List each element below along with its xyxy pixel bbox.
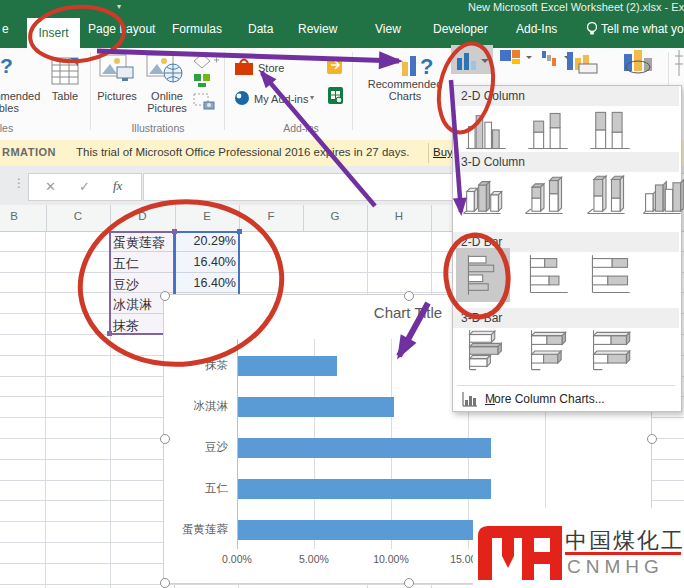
thumb-3d-100-stacked-bar[interactable] <box>587 328 633 374</box>
thumb-3d-stacked-column[interactable] <box>521 174 567 220</box>
chart-axis-tick-label: 5.00% <box>286 553 342 565</box>
chart-bar[interactable] <box>238 397 394 417</box>
chart-resize-handle[interactable] <box>647 434 657 444</box>
tab-home-partial[interactable]: e <box>2 22 9 36</box>
chart-resize-handle[interactable] <box>404 291 414 301</box>
my-addins-button[interactable]: My Add-ins <box>254 93 308 105</box>
notification-prefix: RMATION <box>2 146 56 158</box>
tell-me-lightbulb-icon <box>586 21 598 37</box>
shapes-smartart-screenshot-icons[interactable] <box>192 52 220 114</box>
notification-message: This trial of Microsoft Office Professio… <box>76 146 409 158</box>
pictures-button[interactable]: Pictures <box>94 90 140 102</box>
chart-axis-tick-label: 0.00% <box>209 553 265 565</box>
watermark: 中国煤化工 CNMHG <box>473 508 684 588</box>
tab-tell-me[interactable]: Tell me what yo <box>601 22 684 36</box>
tab-view[interactable]: View <box>375 22 401 36</box>
thumb-2d-stacked-bar[interactable] <box>525 252 571 298</box>
column-header[interactable]: H <box>367 210 431 222</box>
formula-bar-grip[interactable]: ⋮ <box>13 176 25 190</box>
tab-page-layout[interactable]: Page Layout <box>88 22 155 36</box>
chart-axis-tick-label: 10.00% <box>363 553 419 565</box>
quick-access-caret-icon[interactable]: ▾ <box>117 2 121 11</box>
thumb-3d-clustered-column[interactable] <box>459 174 505 220</box>
my-addins-caret-icon[interactable]: ▾ <box>310 93 314 102</box>
thumb-3d-clustered-bar[interactable] <box>463 328 509 374</box>
thumb-2d-clustered-bar[interactable] <box>463 252 509 298</box>
chart-category-label: 冰淇淋 <box>166 399 228 414</box>
combo-chart-icon[interactable] <box>566 48 606 74</box>
section-3d-column: 3-D Column <box>453 152 679 172</box>
section-2d-column: 2-D Column <box>453 86 679 106</box>
chart-category-label: 蛋黄莲蓉 <box>166 522 228 537</box>
pivotchart-icon[interactable] <box>622 48 666 74</box>
formula-buttons-box: ✕ ✓ fx <box>28 173 142 201</box>
recommended-charts-button[interactable]: Recommended <box>368 78 443 90</box>
thumb-2d-100-stacked-bar[interactable] <box>587 252 633 298</box>
chart-category-label: 五仁 <box>166 481 228 496</box>
pictures-icon <box>99 54 135 86</box>
thumb-3d-stacked-bar[interactable] <box>525 328 571 374</box>
range-handle[interactable] <box>107 331 112 336</box>
chart-category-label: 抹茶 <box>166 358 228 373</box>
cnmhg-logo-icon <box>476 518 564 584</box>
section-3d-bar: 3-D Bar <box>453 308 679 328</box>
insert-function-icon[interactable]: fx <box>113 178 122 194</box>
yellow-addin-icon[interactable] <box>326 56 344 76</box>
tab-formulas[interactable]: Formulas <box>172 22 222 36</box>
tab-review[interactable]: Review <box>298 22 337 36</box>
addins-group-label: Add-ins <box>256 122 346 134</box>
thumb-2d-clustered-column[interactable] <box>463 108 509 154</box>
cancel-icon[interactable]: ✕ <box>45 179 56 194</box>
thumb-3d-column[interactable] <box>639 174 684 220</box>
range-handle[interactable] <box>237 229 242 234</box>
tables-group-label: Tables <box>0 122 38 134</box>
range-handle[interactable] <box>172 229 177 234</box>
chart-resize-handle[interactable] <box>404 578 414 588</box>
chart-resize-handle[interactable] <box>160 291 170 301</box>
online-pictures-button[interactable]: Online <box>151 90 183 102</box>
tab-insert[interactable]: Insert <box>27 18 80 48</box>
my-addins-icon <box>234 90 250 106</box>
table-icon <box>50 54 80 88</box>
chart-type-dropdown: 2-D Column 3-D Column <box>452 85 682 412</box>
chart-bar[interactable] <box>238 356 337 376</box>
recommended-charts-icon: ? <box>400 50 440 78</box>
green-addin-icon[interactable] <box>327 86 345 106</box>
column-header[interactable]: D <box>110 210 175 222</box>
column-header[interactable]: E <box>175 210 239 222</box>
column-header[interactable]: B <box>0 210 46 222</box>
tab-addins[interactable]: Add-Ins <box>516 22 557 36</box>
chart-bar[interactable] <box>238 438 491 458</box>
column-header[interactable]: C <box>46 210 110 222</box>
chart-resize-handle[interactable] <box>160 578 170 588</box>
online-pictures-icon <box>146 54 184 86</box>
ribbon-tab-row: e Insert Page Layout Formulas Data Revie… <box>0 14 684 48</box>
column-chart-icon <box>456 49 490 71</box>
hierarchy-chart-icon[interactable] <box>499 48 539 72</box>
enter-icon[interactable]: ✓ <box>79 179 90 194</box>
window-title: New Microsoft Excel Worksheet (2).xlsx -… <box>468 1 684 13</box>
chart-bar[interactable] <box>238 479 491 499</box>
column-header[interactable]: F <box>239 210 303 222</box>
sparkline-partial-icon[interactable] <box>674 48 684 78</box>
more-charts-icon <box>461 391 479 407</box>
excel-window: { "window": { "title": "New Microsoft Ex… <box>0 0 684 588</box>
svg-text:?: ? <box>420 54 433 78</box>
title-bar: ▾ New Microsoft Excel Worksheet (2).xlsx… <box>0 0 684 14</box>
watermark-underline <box>565 552 681 555</box>
watermark-en-text: CNMHG <box>567 556 664 578</box>
thumb-2d-100-stacked-column[interactable] <box>587 108 633 154</box>
table-button[interactable]: Table <box>42 90 88 102</box>
column-header[interactable]: G <box>303 210 367 222</box>
recommended-tables-button[interactable]: Recommended Tables <box>0 90 42 114</box>
illustrations-group-label: Illustrations <box>118 122 198 134</box>
thumb-3d-100-stacked-column[interactable] <box>583 174 629 220</box>
store-icon <box>234 58 254 76</box>
chart-resize-handle[interactable] <box>160 434 170 444</box>
thumb-2d-stacked-column[interactable] <box>525 108 571 154</box>
recommended-tables-icon[interactable]: ? <box>0 54 13 78</box>
tab-data[interactable]: Data <box>248 22 273 36</box>
store-button[interactable]: Store <box>258 62 284 74</box>
more-column-charts-item[interactable]: M ore Column Charts... <box>453 388 679 410</box>
tab-developer[interactable]: Developer <box>433 22 488 36</box>
